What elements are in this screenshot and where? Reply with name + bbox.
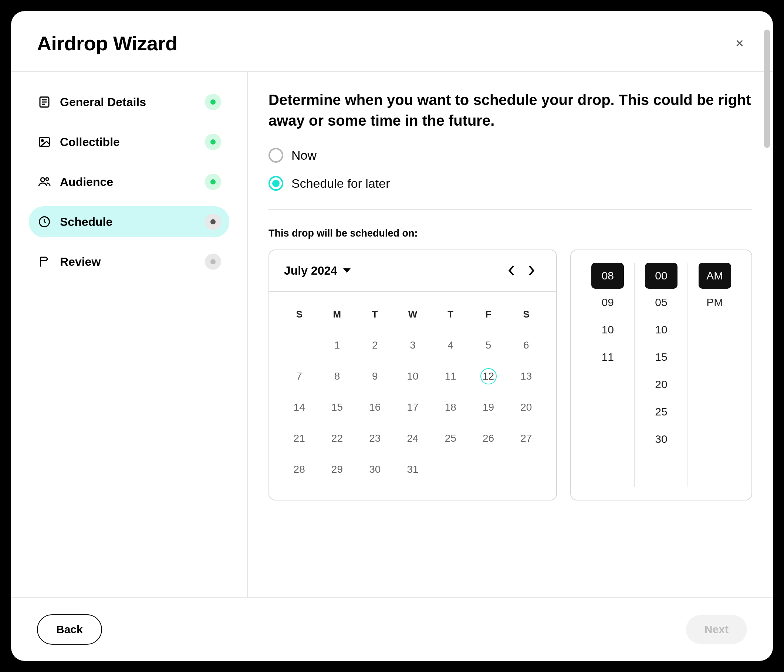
wheel-item[interactable]: 15 — [635, 343, 688, 371]
prev-month-button[interactable] — [501, 261, 521, 281]
step-label: Audience — [60, 175, 197, 189]
calendar-day[interactable]: 29 — [318, 454, 356, 485]
radio-icon — [269, 176, 283, 191]
calendar-grid: S M T W T F S 12345678910111213141516171… — [269, 292, 556, 500]
calendar-week: 14151617181920 — [280, 392, 545, 423]
ampm-wheel[interactable]: AMPM — [688, 263, 741, 487]
calendar-day[interactable]: 9 — [356, 361, 394, 392]
next-month-button[interactable] — [521, 261, 541, 281]
caret-down-icon — [343, 267, 351, 274]
step-status-dot — [205, 174, 221, 190]
next-button[interactable]: Next — [686, 615, 747, 644]
calendar-day[interactable]: 13 — [507, 361, 545, 392]
step-schedule[interactable]: Schedule — [29, 206, 229, 237]
calendar-day[interactable]: 24 — [394, 423, 432, 454]
calendar-day[interactable]: 7 — [280, 361, 318, 392]
calendar-day[interactable]: 15 — [318, 392, 356, 423]
wheel-item[interactable]: 09 — [581, 289, 634, 316]
dow: W — [394, 303, 432, 330]
dow: S — [507, 303, 545, 330]
calendar-day[interactable]: 12 — [469, 361, 507, 392]
calendar-day[interactable]: 14 — [280, 392, 318, 423]
dow: T — [356, 303, 394, 330]
wheel-item[interactable]: 11 — [581, 343, 634, 371]
dow: S — [280, 303, 318, 330]
back-button[interactable]: Back — [37, 615, 102, 645]
calendar-day[interactable]: 28 — [280, 454, 318, 485]
wheel-item[interactable]: 10 — [635, 316, 688, 343]
calendar-day — [280, 330, 318, 361]
calendar-week: 28293031 — [280, 454, 545, 485]
calendar-day[interactable]: 11 — [432, 361, 469, 392]
calendar-day[interactable]: 23 — [356, 423, 394, 454]
close-button[interactable] — [732, 36, 747, 51]
dow: M — [318, 303, 356, 330]
radio-label: Schedule for later — [291, 176, 390, 191]
svg-point-3 — [41, 178, 45, 182]
wheel-item[interactable]: 25 — [635, 398, 688, 425]
main-panel: Determine when you want to schedule your… — [248, 72, 773, 598]
wheel-item[interactable]: AM — [698, 263, 731, 289]
svg-point-2 — [42, 140, 44, 141]
minute-wheel[interactable]: 00051015202530 — [635, 263, 689, 487]
schedule-label: This drop will be scheduled on: — [269, 228, 752, 239]
modal-title: Airdrop Wizard — [37, 32, 177, 55]
calendar-day[interactable]: 3 — [394, 330, 432, 361]
calendar-day[interactable]: 26 — [469, 423, 507, 454]
dow: F — [469, 303, 507, 330]
calendar-day[interactable]: 19 — [469, 392, 507, 423]
flag-icon — [37, 254, 52, 269]
step-label: Schedule — [60, 215, 197, 229]
calendar-day[interactable]: 25 — [432, 423, 469, 454]
svg-point-4 — [46, 178, 49, 181]
wheel-item[interactable]: 00 — [645, 263, 678, 289]
radio-schedule-later[interactable]: Schedule for later — [269, 176, 752, 191]
step-collectible[interactable]: Collectible — [29, 126, 229, 157]
calendar-day[interactable]: 16 — [356, 392, 394, 423]
calendar-day[interactable]: 17 — [394, 392, 432, 423]
step-general-details[interactable]: General Details — [29, 87, 229, 118]
scrollbar[interactable] — [764, 29, 770, 148]
calendar-day[interactable]: 31 — [394, 454, 432, 485]
step-label: Review — [60, 255, 197, 269]
step-review[interactable]: Review — [29, 246, 229, 277]
wheel-item[interactable]: 30 — [635, 425, 688, 453]
calendar-day[interactable]: 27 — [507, 423, 545, 454]
step-status-dot — [205, 214, 221, 230]
step-label: Collectible — [60, 135, 197, 149]
chevron-left-icon — [508, 265, 515, 276]
calendar-day[interactable]: 30 — [356, 454, 394, 485]
calendar-day[interactable]: 20 — [507, 392, 545, 423]
calendar-day[interactable]: 5 — [469, 330, 507, 361]
image-icon — [37, 135, 52, 149]
airdrop-wizard-modal: Airdrop Wizard General Details Collectib… — [11, 11, 773, 661]
wheel-item[interactable]: 10 — [581, 316, 634, 343]
calendar-day[interactable]: 4 — [432, 330, 469, 361]
calendar-day[interactable]: 18 — [432, 392, 469, 423]
step-status-dot — [205, 94, 221, 110]
wheel-item[interactable]: 05 — [635, 289, 688, 316]
calendar-week: 78910111213 — [280, 361, 545, 392]
radio-now[interactable]: Now — [269, 148, 752, 163]
hour-wheel[interactable]: 08091011 — [581, 263, 635, 487]
wheel-item[interactable]: 08 — [591, 263, 624, 289]
calendar: July 2024 S M — [269, 250, 557, 500]
calendar-week: 21222324252627 — [280, 423, 545, 454]
step-status-dot — [205, 134, 221, 150]
radio-icon — [269, 148, 283, 163]
calendar-day[interactable]: 21 — [280, 423, 318, 454]
calendar-day[interactable]: 2 — [356, 330, 394, 361]
month-picker[interactable]: July 2024 — [284, 264, 351, 278]
calendar-day[interactable]: 1 — [318, 330, 356, 361]
step-audience[interactable]: Audience — [29, 166, 229, 197]
dow-row: S M T W T F S — [280, 303, 545, 330]
calendar-day[interactable]: 10 — [394, 361, 432, 392]
close-icon — [734, 38, 745, 49]
clock-icon — [37, 214, 52, 229]
month-label: July 2024 — [284, 264, 337, 278]
calendar-day[interactable]: 6 — [507, 330, 545, 361]
wheel-item[interactable]: PM — [688, 289, 741, 316]
calendar-day[interactable]: 8 — [318, 361, 356, 392]
wheel-item[interactable]: 20 — [635, 371, 688, 398]
calendar-day[interactable]: 22 — [318, 423, 356, 454]
